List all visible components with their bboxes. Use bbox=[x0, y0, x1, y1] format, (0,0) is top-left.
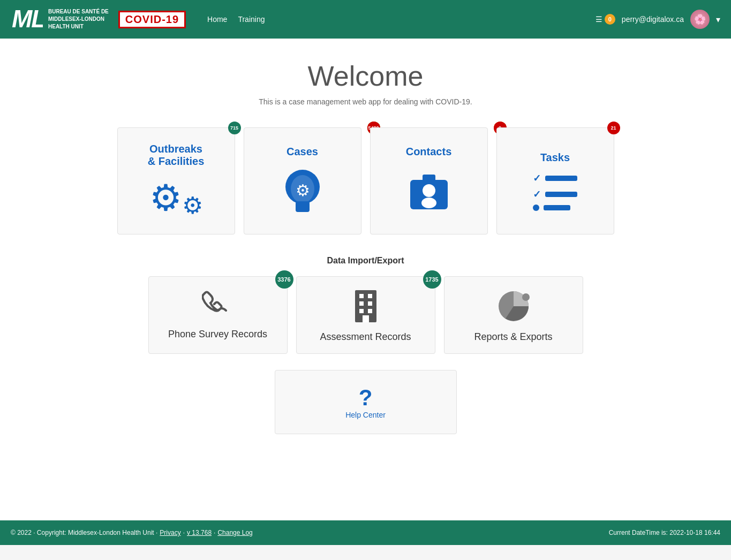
assessment-card[interactable]: 1735 Assessment Records bbox=[296, 276, 435, 354]
outbreaks-icon: ⚙ ⚙ bbox=[149, 176, 203, 219]
tasks-card[interactable]: 21 Tasks ✓ ✓ bbox=[496, 127, 614, 234]
cases-card[interactable]: 5480 35 5480 Cases ⚙ bbox=[244, 127, 361, 234]
header: ML Bureau de Santé de Middlesex-London H… bbox=[0, 0, 731, 39]
notification-area[interactable]: ☰ 0 bbox=[596, 14, 615, 25]
logo-area: ML Bureau de Santé de Middlesex-London H… bbox=[11, 5, 186, 34]
footer-copyright: © 2022 · Copyright: Middlesex-London Hea… bbox=[11, 529, 157, 536]
data-import-title: Data Import/Export bbox=[11, 256, 720, 266]
svg-rect-15 bbox=[368, 309, 372, 313]
tasks-badge: 21 bbox=[607, 122, 620, 134]
outbreaks-card[interactable]: 715 Outbreaks& Facilities ⚙ ⚙ bbox=[117, 127, 235, 234]
svg-point-7 bbox=[423, 184, 435, 197]
svg-rect-11 bbox=[368, 294, 372, 298]
outbreaks-title: Outbreaks& Facilities bbox=[148, 143, 205, 168]
reports-label: Reports & Exports bbox=[474, 331, 552, 343]
phone-survey-badge: 3376 bbox=[275, 270, 293, 289]
contacts-icon bbox=[405, 167, 453, 217]
reports-card[interactable]: Reports & Exports bbox=[444, 276, 583, 354]
welcome-subtitle: This is a case management web app for de… bbox=[11, 97, 720, 106]
ml-logo-letters: ML bbox=[11, 5, 43, 34]
gear-large-icon: ⚙ bbox=[149, 177, 182, 219]
header-right: ☰ 0 perry@digitalox.ca 🌸 ▾ bbox=[596, 10, 720, 29]
header-nav: Home Training bbox=[207, 15, 265, 24]
help-icon: ? bbox=[359, 385, 373, 411]
footer-sep1: · bbox=[183, 529, 185, 536]
user-email[interactable]: perry@digitalox.ca bbox=[622, 15, 684, 24]
svg-point-8 bbox=[421, 198, 436, 208]
covid-badge: COVID-19 bbox=[118, 11, 186, 28]
gear-small-icon: ⚙ bbox=[182, 192, 203, 219]
svg-text:ML: ML bbox=[12, 5, 43, 31]
tasks-icon: ✓ ✓ bbox=[533, 172, 577, 211]
footer-version-link[interactable]: v 13.768 bbox=[187, 529, 212, 536]
building-icon bbox=[350, 287, 382, 325]
footer-sep2: · bbox=[214, 529, 215, 536]
logo-text: Bureau de Santé de Middlesex-London Heal… bbox=[48, 8, 109, 31]
assessment-badge: 1735 bbox=[423, 270, 441, 289]
footer-changelog-link[interactable]: Change Log bbox=[217, 529, 252, 536]
main-content: Welcome This is a case management web ap… bbox=[0, 39, 731, 520]
svg-rect-16 bbox=[363, 315, 369, 322]
avatar[interactable]: 🌸 bbox=[690, 10, 710, 29]
data-cards-grid: 3376 Phone Survey Records 1735 Assessmen… bbox=[11, 276, 720, 354]
dropdown-icon[interactable]: ▾ bbox=[716, 14, 720, 25]
outbreaks-badge: 715 bbox=[228, 122, 241, 134]
footer: © 2022 · Copyright: Middlesex-London Hea… bbox=[0, 520, 731, 545]
svg-text:⚙: ⚙ bbox=[296, 181, 310, 199]
svg-rect-4 bbox=[296, 201, 310, 212]
help-card[interactable]: ? Help Center bbox=[275, 370, 457, 434]
pie-chart-icon bbox=[495, 287, 532, 325]
notification-count: 0 bbox=[605, 14, 615, 25]
footer-left: © 2022 · Copyright: Middlesex-London Hea… bbox=[11, 529, 253, 536]
cases-icon: ⚙ bbox=[278, 167, 327, 217]
phone-icon bbox=[202, 290, 234, 322]
phone-survey-card[interactable]: 3376 Phone Survey Records bbox=[148, 276, 288, 354]
footer-privacy-link[interactable]: Privacy bbox=[160, 529, 180, 536]
help-label: Help Center bbox=[345, 411, 386, 419]
welcome-title: Welcome bbox=[11, 60, 720, 92]
list-icon: ☰ bbox=[596, 15, 602, 24]
assessment-label: Assessment Records bbox=[320, 331, 411, 343]
svg-rect-10 bbox=[359, 294, 364, 298]
nav-home[interactable]: Home bbox=[207, 15, 227, 24]
svg-rect-6 bbox=[423, 175, 435, 184]
svg-rect-13 bbox=[368, 301, 372, 306]
svg-rect-14 bbox=[359, 309, 364, 313]
svg-rect-12 bbox=[359, 301, 364, 306]
svg-point-18 bbox=[522, 293, 530, 301]
footer-datetime: Current DateTime is: 2022-10-18 16:44 bbox=[609, 529, 720, 536]
nav-training[interactable]: Training bbox=[238, 15, 265, 24]
welcome-section: Welcome This is a case management web ap… bbox=[11, 60, 720, 106]
cases-title: Cases bbox=[287, 146, 318, 158]
contacts-title: Contacts bbox=[406, 146, 452, 158]
contacts-card[interactable]: 35 0 Contacts bbox=[370, 127, 488, 234]
phone-survey-label: Phone Survey Records bbox=[168, 329, 267, 340]
main-cards-grid: 715 Outbreaks& Facilities ⚙ ⚙ 5480 35 54… bbox=[11, 127, 720, 234]
tasks-title: Tasks bbox=[540, 152, 570, 164]
